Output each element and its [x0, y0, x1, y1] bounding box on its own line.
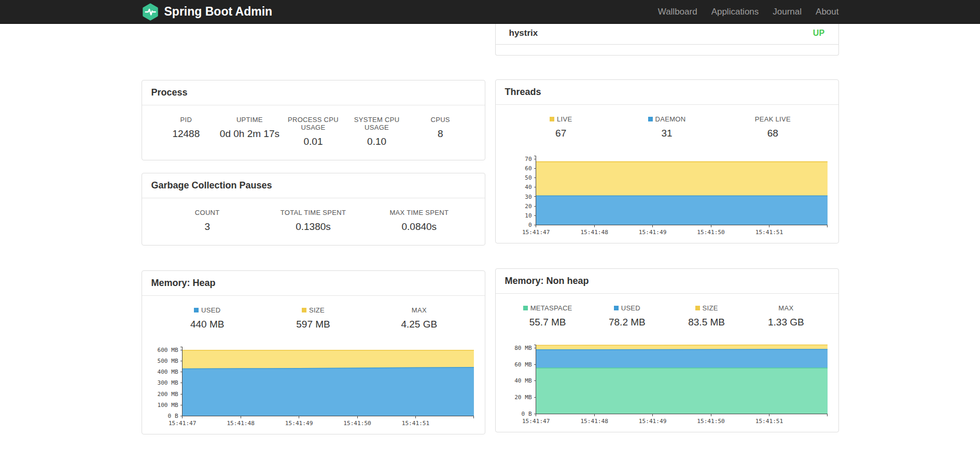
stat-cpus-value: 8 [409, 128, 472, 140]
stat-system-cpu-value: 0.10 [345, 136, 409, 147]
stat-gc-total-value: 0.1380s [260, 221, 366, 233]
svg-text:70: 70 [525, 156, 531, 162]
stat-threads-peak: PEAK LIVE 68 [720, 115, 825, 139]
memory-heap-panel: Memory: Heap USED 440 MB SIZE 597 MB [142, 270, 485, 434]
nav-item-wallboard[interactable]: Wallboard [658, 7, 697, 17]
threads-panel: Threads LIVE 67 DAEMON 31 [495, 79, 839, 243]
stat-threads-peak-label: PEAK LIVE [720, 115, 825, 123]
svg-text:0 B: 0 B [167, 413, 178, 419]
application-row-hystrix[interactable]: hystrix UP [496, 24, 838, 45]
svg-text:40: 40 [525, 184, 531, 190]
threads-panel-title: Threads [496, 80, 838, 105]
svg-text:60 MB: 60 MB [514, 361, 532, 367]
heap-used-legend-swatch [194, 308, 199, 312]
stat-nonheap-size-label: SIZE [703, 304, 718, 312]
heap-stats: USED 440 MB SIZE 597 MB MAX 4.25 GB [142, 296, 485, 343]
stat-pid-label: PID [155, 116, 218, 124]
brand-link[interactable]: Spring Boot Admin [142, 3, 273, 21]
spring-boot-admin-logo [142, 3, 159, 21]
threads-chart: 01020304050607015:41:4715:41:4815:41:491… [505, 152, 830, 239]
stat-nonheap-max-label: MAX [746, 304, 825, 312]
stat-gc-max-value: 0.0840s [366, 221, 472, 233]
process-panel: Process PID 12488 UPTIME 0d 0h 2m 17s PR… [142, 80, 485, 160]
right-column: hystrix UP Threads LIVE 67 DAEMON [495, 24, 839, 434]
stat-system-cpu-label: SYSTEM CPU USAGE [345, 116, 409, 131]
stat-heap-max-label: MAX [366, 306, 472, 314]
stat-gc-total-label: TOTAL TIME SPENT [260, 209, 366, 216]
svg-text:15:41:48: 15:41:48 [580, 229, 608, 236]
svg-text:400 MB: 400 MB [157, 369, 178, 375]
svg-text:15:41:48: 15:41:48 [227, 420, 255, 427]
svg-text:15:41:47: 15:41:47 [522, 229, 550, 236]
stat-threads-peak-value: 68 [720, 128, 825, 139]
stat-cpus: CPUS 8 [409, 116, 472, 147]
stat-process-cpu: PROCESS CPU USAGE 0.01 [282, 116, 345, 147]
stat-threads-daemon-value: 31 [614, 128, 720, 139]
svg-text:15:41:50: 15:41:50 [697, 229, 725, 236]
stat-cpus-label: CPUS [409, 116, 472, 124]
process-panel-title: Process [142, 80, 485, 105]
nonheap-used-legend-swatch [614, 306, 619, 310]
stat-nonheap-max-value: 1.33 GB [746, 317, 825, 328]
heap-chart-wrap: 0 B100 MB200 MB300 MB400 MB500 MB600 MB1… [142, 343, 485, 434]
nav-item-journal[interactable]: Journal [773, 7, 802, 17]
stat-heap-max-value: 4.25 GB [366, 319, 472, 330]
svg-text:15:41:51: 15:41:51 [755, 418, 783, 425]
svg-text:80 MB: 80 MB [514, 345, 532, 351]
live-legend-swatch [550, 117, 554, 121]
brand-title: Spring Boot Admin [164, 5, 273, 19]
nonheap-size-legend-swatch [695, 306, 700, 310]
heap-size-legend-swatch [302, 308, 306, 312]
svg-text:30: 30 [525, 194, 531, 200]
stat-heap-used-label: USED [201, 306, 220, 314]
stat-heap-size-label: SIZE [309, 306, 325, 314]
stat-heap-used: USED 440 MB [155, 306, 260, 330]
svg-text:50: 50 [525, 174, 531, 181]
svg-text:40 MB: 40 MB [514, 377, 532, 384]
stat-nonheap-used: USED 78.2 MB [587, 304, 667, 328]
application-name: hystrix [509, 28, 538, 38]
stat-threads-daemon: DAEMON 31 [614, 115, 720, 139]
daemon-legend-swatch [648, 117, 653, 121]
dashboard-content: Process PID 12488 UPTIME 0d 0h 2m 17s PR… [142, 24, 839, 434]
svg-text:15:41:48: 15:41:48 [580, 418, 608, 425]
stat-pid: PID 12488 [155, 116, 218, 147]
stat-threads-live-label: LIVE [557, 115, 572, 123]
nav-item-applications[interactable]: Applications [711, 7, 759, 17]
stat-nonheap-size: SIZE 83.5 MB [667, 304, 746, 328]
svg-text:0: 0 [528, 222, 531, 228]
stat-nonheap-max: MAX 1.33 GB [746, 304, 825, 328]
svg-text:15:41:49: 15:41:49 [638, 418, 666, 425]
svg-text:15:41:51: 15:41:51 [401, 420, 429, 427]
stat-uptime-label: UPTIME [218, 116, 282, 124]
process-stats: PID 12488 UPTIME 0d 0h 2m 17s PROCESS CP… [142, 105, 485, 160]
svg-text:15:41:47: 15:41:47 [522, 418, 550, 425]
svg-text:15:41:47: 15:41:47 [168, 420, 196, 427]
stat-gc-count-label: COUNT [155, 209, 260, 216]
svg-text:20: 20 [525, 203, 531, 210]
stat-nonheap-metaspace-value: 55.7 MB [508, 317, 587, 328]
stat-nonheap-size-value: 83.5 MB [667, 317, 746, 328]
svg-text:200 MB: 200 MB [157, 391, 178, 398]
svg-text:100 MB: 100 MB [157, 402, 178, 408]
stat-heap-size: SIZE 597 MB [260, 306, 366, 330]
svg-text:500 MB: 500 MB [157, 358, 178, 364]
nav-item-about[interactable]: About [816, 7, 838, 17]
stat-heap-size-value: 597 MB [260, 319, 366, 330]
gc-panel-title: Garbage Collection Pauses [142, 173, 485, 198]
stat-gc-max-label: MAX TIME SPENT [366, 209, 472, 216]
memory-nonheap-chart: 0 B20 MB40 MB60 MB80 MB15:41:4715:41:481… [505, 341, 830, 428]
stat-gc-count: COUNT 3 [155, 209, 260, 233]
applications-panel-partial: hystrix UP [495, 24, 839, 56]
stat-process-cpu-value: 0.01 [282, 136, 345, 147]
nonheap-chart-wrap: 0 B20 MB40 MB60 MB80 MB15:41:4715:41:481… [496, 341, 838, 432]
stat-gc-count-value: 3 [155, 221, 260, 233]
gc-panel: Garbage Collection Pauses COUNT 3 TOTAL … [142, 173, 485, 246]
memory-heap-chart: 0 B100 MB200 MB300 MB400 MB500 MB600 MB1… [151, 343, 476, 430]
stat-pid-value: 12488 [155, 128, 218, 140]
stat-heap-max: MAX 4.25 GB [366, 306, 472, 330]
nav-links: Wallboard Applications Journal About [658, 7, 839, 17]
application-status-badge: UP [813, 29, 825, 38]
memory-nonheap-panel-title: Memory: Non heap [496, 269, 838, 294]
svg-text:15:41:50: 15:41:50 [697, 418, 725, 425]
